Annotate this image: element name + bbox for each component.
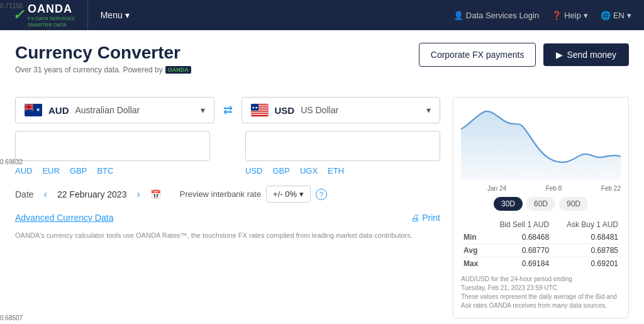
rate-help-icon[interactable]: ? <box>316 189 327 200</box>
date-value: 22 February 2023 <box>57 189 127 199</box>
rate-preview-area: Preview interbank rate +/- 0% ▾ ? <box>180 186 327 203</box>
chart-note: AUD/USD for the 24-hour period ending Tu… <box>461 275 621 310</box>
rate-table-row: Min 0.68468 0.68481 <box>461 231 621 244</box>
header-row: Currency Converter Over 31 years of curr… <box>15 43 629 87</box>
rate-row-ask: 0.68785 <box>552 244 621 257</box>
rate-table-empty-header <box>461 218 485 231</box>
rate-row-bid: 0.68770 <box>485 244 552 257</box>
usd-flag-icon: ★★ <box>251 104 269 116</box>
main-container: Currency Converter Over 31 years of curr… <box>0 30 644 324</box>
language-selector[interactable]: 🌐 EN ▾ <box>601 11 631 20</box>
help-circle-icon: ❓ <box>552 11 562 20</box>
oanda-logo-text: OANDA <box>28 3 75 16</box>
rate-preview-label: Preview interbank rate <box>180 189 261 199</box>
quick-ugx[interactable]: UGX <box>300 166 318 176</box>
menu-button[interactable]: Menu ▾ <box>101 10 130 20</box>
converter-panel: ★ AUD Australian Dollar ▾ ⇄ <box>15 97 440 318</box>
to-currency-code: USD <box>275 105 295 116</box>
rate-table-bid-header: Bid Sell 1 AUD <box>485 218 552 231</box>
quick-eur[interactable]: EUR <box>42 166 59 176</box>
currency-selector-row: ★ AUD Australian Dollar ▾ ⇄ <box>15 97 440 123</box>
date-next-button[interactable]: › <box>133 187 143 201</box>
chart-x-labels: Jan 24 Feb 8 Feb 22 <box>461 185 621 192</box>
from-currency-code: AUD <box>48 105 69 116</box>
period-buttons: 30D 60D 90D <box>461 197 621 211</box>
data-services-login-link[interactable]: 👤 Data Services Login <box>453 11 539 20</box>
rate-chart <box>461 105 621 181</box>
advanced-currency-data-link[interactable]: Advanced Currency Data <box>15 213 113 223</box>
rate-table-row: Avg 0.68770 0.68785 <box>461 244 621 257</box>
lang-chevron-icon: ▾ <box>627 11 631 20</box>
rate-table-row: Max 0.69184 0.69201 <box>461 257 621 271</box>
navbar: ✓ OANDA FX DATA SERVICES SMARTER DATA Me… <box>0 0 644 30</box>
rate-row-label: Avg <box>461 244 485 257</box>
header-buttons: Corporate FX payments ▶ Send money <box>419 43 629 67</box>
footer-links: Advanced Currency Data 🖨 Print <box>15 213 440 223</box>
rate-table: Bid Sell 1 AUD Ask Buy 1 AUD Min 0.68468… <box>461 218 621 270</box>
to-currency-chevron-icon: ▾ <box>426 105 431 115</box>
period-60d-button[interactable]: 60D <box>526 197 555 211</box>
amount-inputs-row <box>15 131 440 161</box>
rate-chevron-icon: ▾ <box>299 189 304 199</box>
rate-row-label: Min <box>461 231 485 244</box>
rate-table-ask-header: Ask Buy 1 AUD <box>552 218 621 231</box>
chart-panel: 0.71158 0.69832 0.68507 <box>453 97 629 318</box>
date-rate-row: Date ‹ 22 February 2023 › 📅 Preview inte… <box>15 186 440 203</box>
quick-usd[interactable]: USD <box>245 166 262 176</box>
from-currency-chevron-icon: ▾ <box>201 105 205 115</box>
send-money-button[interactable]: ▶ Send money <box>543 43 629 66</box>
rate-row-ask: 0.69201 <box>552 257 621 271</box>
to-quick-currencies: USD GBP UGX ETH <box>245 166 440 176</box>
svg-rect-17 <box>251 113 269 114</box>
content-grid: ★ AUD Australian Dollar ▾ ⇄ <box>15 97 629 318</box>
globe-icon: 🌐 <box>601 11 611 20</box>
from-currency-name: Australian Dollar <box>75 105 140 115</box>
from-quick-currencies: AUD EUR GBP BTC <box>15 166 210 176</box>
help-chevron-icon: ▾ <box>584 11 588 20</box>
to-amount-input[interactable] <box>245 131 440 161</box>
to-currency-selector[interactable]: ★★ USD US Dollar ▾ <box>242 97 441 123</box>
svg-text:★★: ★★ <box>252 106 258 109</box>
disclaimer-text: OANDA's currency calculator tools use OA… <box>15 230 440 241</box>
from-amount-input[interactable] <box>15 131 210 161</box>
page-subtitle: Over 31 years of currency data. Powered … <box>15 65 191 74</box>
period-30d-button[interactable]: 30D <box>494 197 523 211</box>
user-icon: 👤 <box>453 11 464 20</box>
rate-row-bid: 0.69184 <box>485 257 552 271</box>
print-link[interactable]: 🖨 Print <box>411 213 440 223</box>
corporate-fx-button[interactable]: Corporate FX payments <box>419 43 536 67</box>
quick-currencies-row: AUD EUR GBP BTC USD GBP UGX ETH <box>15 166 440 176</box>
quick-gbp[interactable]: GBP <box>70 166 87 176</box>
rate-row-bid: 0.68468 <box>485 231 552 244</box>
period-90d-button[interactable]: 90D <box>559 197 588 211</box>
nav-right: 👤 Data Services Login ❓ Help ▾ 🌐 EN ▾ <box>453 11 631 20</box>
chart-y-labels: 0.71158 0.69832 0.68507 <box>0 0 29 324</box>
quick-btc[interactable]: BTC <box>97 166 113 176</box>
title-area: Currency Converter Over 31 years of curr… <box>15 43 191 87</box>
quick-eth[interactable]: ETH <box>328 166 344 176</box>
date-prev-button[interactable]: ‹ <box>40 187 51 201</box>
page-title: Currency Converter <box>15 43 191 63</box>
oanda-logo-subtitle: FX DATA SERVICES SMARTER DATA <box>28 16 75 28</box>
to-currency-name: US Dollar <box>301 105 338 115</box>
printer-icon: 🖨 <box>411 213 419 223</box>
rate-row-label: Max <box>461 257 485 271</box>
quick-gbp-to[interactable]: GBP <box>272 166 289 176</box>
swap-currencies-button[interactable]: ⇄ <box>221 101 235 120</box>
svg-text:★: ★ <box>36 107 40 113</box>
rate-select[interactable]: +/- 0% ▾ <box>266 186 311 203</box>
oanda-powered-badge: OANDA <box>165 66 191 74</box>
svg-rect-18 <box>251 115 269 116</box>
help-link[interactable]: ❓ Help ▾ <box>552 11 588 20</box>
from-currency-selector[interactable]: ★ AUD Australian Dollar ▾ <box>15 97 214 123</box>
calendar-icon[interactable]: 📅 <box>150 189 161 199</box>
menu-chevron-icon: ▾ <box>125 10 130 20</box>
send-arrow-icon: ▶ <box>556 50 563 60</box>
rate-row-ask: 0.68481 <box>552 231 621 244</box>
